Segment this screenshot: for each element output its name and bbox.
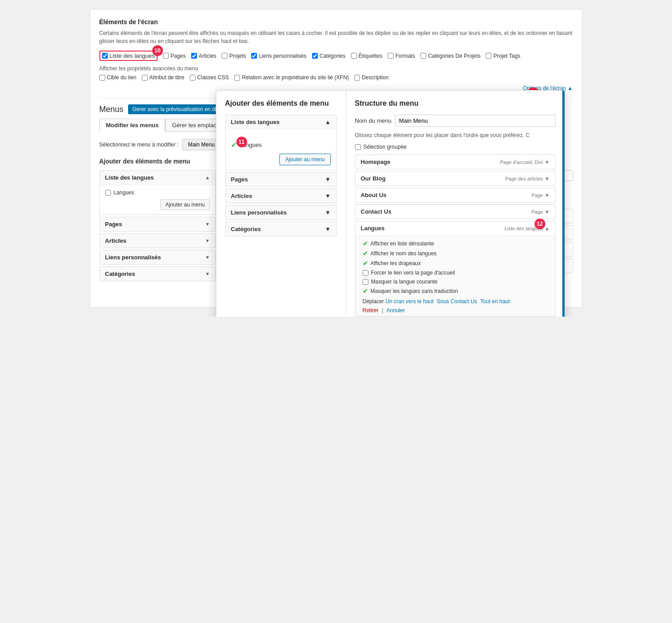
screen-options-desc: Certains éléments de l'écran peuvent êtr… xyxy=(99,29,573,45)
check-langues-bg[interactable] xyxy=(105,190,111,196)
modal-langues-arrow: ▲ xyxy=(545,226,550,231)
modal-accordion-header-liste[interactable]: Liste des langues ▲ xyxy=(226,115,336,129)
accordion-header-liste-bg[interactable]: Liste des langues ▲ xyxy=(100,171,215,185)
modal-retirer-link[interactable]: Retirer xyxy=(363,307,379,314)
modal-accordion-header-liens[interactable]: Liens personnalisés ▼ xyxy=(226,206,336,219)
modal-langues-check-dropdown-label: Afficher en liste déroulante xyxy=(371,241,434,247)
modal-menu-name-label: Nom du menu xyxy=(355,117,392,124)
modal-accordion-categories: Catégories ▼ xyxy=(225,222,337,236)
modal-deplacement-haut[interactable]: Un cran vers le haut xyxy=(385,298,433,305)
modal-langues-check-masquer-courante: Masquer la langue courante xyxy=(363,279,548,285)
modal-langues-check-forcer-input[interactable] xyxy=(363,270,368,276)
retirer-separator: | xyxy=(382,307,385,314)
modal-accordion-arrow-categories: ▼ xyxy=(325,226,331,232)
checkbox-relation[interactable] xyxy=(234,75,240,81)
modal-menu-item-meta-ourblog: Page des articles ▼ xyxy=(505,176,549,181)
checkbox-item-formats: Formats xyxy=(388,53,415,59)
adv-attribut: Attribut de titre xyxy=(142,74,184,81)
accordion-header-categories-bg[interactable]: Catégories ▼ xyxy=(100,267,215,281)
modal-accordion-content-liste: 11 ✔ Langues Ajouter au menu xyxy=(226,129,336,170)
modal-langues-check-nom-icon: ✔ xyxy=(363,250,368,257)
modal-accordion-header-categories[interactable]: Catégories ▼ xyxy=(226,222,336,236)
accordion-label-liens-bg: Liens personnalisés xyxy=(105,254,161,261)
checkbox-description[interactable] xyxy=(354,75,360,81)
modal-menu-item-type-ourblog: Page des articles xyxy=(505,176,543,181)
adv-cible: Cible du lien xyxy=(99,74,137,81)
checkboxes-row: 10 Liste des langues Pages Articles Proj… xyxy=(99,51,573,61)
checkbox-item-articles: Articles xyxy=(191,53,216,59)
modal-menu-item-header-homepage[interactable]: Homepage Page d'accueil, Divi ▼ xyxy=(355,155,555,169)
checkbox-projet-tags[interactable] xyxy=(486,53,492,59)
checkbox-etiquettes[interactable] xyxy=(351,53,357,59)
accordion-arrow-pages-bg: ▼ xyxy=(205,222,210,227)
checkbox-pages[interactable] xyxy=(163,53,169,59)
select-menu-label: Sélectionnez le menu à modifier : xyxy=(99,142,179,148)
modal-langues-check-masquer-courante-input[interactable] xyxy=(363,279,368,285)
checkbox-categories-projets[interactable] xyxy=(420,53,426,59)
checkbox-liste-des-langues[interactable] xyxy=(102,53,108,59)
modal-langues-check-masquer-courante-label: Masquer la langue courante xyxy=(371,279,438,285)
modal-menu-item-arrow-contactus: ▼ xyxy=(545,209,550,215)
manage-preview-btn[interactable]: Gérer avec la prévisualisation en direct xyxy=(128,104,230,114)
modal-menu-item-header-contactus[interactable]: Contact Us Page ▼ xyxy=(355,205,555,219)
checkbox-item-projet-tags: Projet Tags xyxy=(486,53,520,59)
checkbox-item-pages: Pages xyxy=(163,53,186,59)
tab-modifier-menus[interactable]: Modifier les menus xyxy=(99,119,166,132)
modal-menu-name-input[interactable] xyxy=(395,115,555,127)
blue-scroll-bar[interactable] xyxy=(562,90,565,317)
modal-accordion-label-liens: Liens personnalisés xyxy=(231,209,287,216)
adv-description: Description xyxy=(354,74,389,81)
modal-menu-item-header-aboutus[interactable]: About Us Page ▼ xyxy=(355,188,555,202)
modal-menu-item-aboutus: About Us Page ▼ xyxy=(355,188,556,202)
modal-menu-item-header-ourblog[interactable]: Our Blog Page des articles ▼ xyxy=(355,172,555,185)
modal-deplacement-row: Déplacer Un cran vers le haut Sous Conta… xyxy=(363,298,548,305)
checkbox-articles[interactable] xyxy=(191,53,197,59)
modal-ajouter-btn[interactable]: Ajouter au menu xyxy=(279,154,330,165)
modal-langues-check-nom-label: Afficher le nom des langues xyxy=(371,250,437,257)
modal-menu-item-arrow-aboutus: ▼ xyxy=(545,193,550,198)
modal-accordion-arrow-articles: ▼ xyxy=(325,193,331,199)
modal-langues-header[interactable]: Langues 12 Liste des langues ▲ xyxy=(355,221,555,235)
checkbox-formats[interactable] xyxy=(388,53,394,59)
checkbox-liens[interactable] xyxy=(251,53,257,59)
modal-menu-item-meta-contactus: Page ▼ xyxy=(531,209,550,215)
checkbox-attribut[interactable] xyxy=(142,75,148,81)
checkbox-projets[interactable] xyxy=(222,53,227,59)
checkbox-item-categories-projets: Catégories De Projets xyxy=(420,53,480,59)
badge-10: 10 xyxy=(152,45,163,56)
modal-accordion-label-liste: Liste des langues xyxy=(231,119,280,125)
accordion-header-articles-bg[interactable]: Articles ▼ xyxy=(100,234,215,248)
modal-accordion-liste-des-langues: Liste des langues ▲ 11 ✔ Langues Ajouter… xyxy=(225,115,337,170)
add-to-menu-btn-bg[interactable]: Ajouter au menu xyxy=(160,199,210,210)
modal-langues-check-drapeaux-label: Afficher les drapeaux xyxy=(371,260,421,266)
checkbox-classes[interactable] xyxy=(190,75,196,81)
accordion-header-pages-bg[interactable]: Pages ▼ xyxy=(100,217,215,231)
checkbox-categories[interactable] xyxy=(312,53,318,59)
accordion-categories-bg: Catégories ▼ xyxy=(99,266,216,281)
checkbox-cible[interactable] xyxy=(99,75,105,81)
modal-menu-name-row: Nom du menu xyxy=(355,115,556,127)
checkbox-item-etiquettes: Étiquettes xyxy=(351,53,382,59)
add-items-panel-bg: Ajouter des éléments de menu Liste des l… xyxy=(99,158,216,298)
accordion-header-liens-bg[interactable]: Liens personnalisés ▼ xyxy=(100,250,215,264)
modal-struct-desc: Glissez chaque élément pour les placer d… xyxy=(355,131,556,139)
modal-langues-meta: 12 Liste des langues ▲ xyxy=(505,226,550,231)
modal-accordion-header-pages[interactable]: Pages ▼ xyxy=(226,172,336,186)
modal-deplacement-sous[interactable]: Sous Contact Us xyxy=(437,298,477,305)
modal-langues-check-masquer-sans: ✔ Masquer les langues sans traduction xyxy=(363,288,548,295)
modal-accordion-arrow-liste: ▲ xyxy=(325,119,331,125)
modal-overlay: Ajouter des éléments de menu Liste des l… xyxy=(216,90,565,317)
modal-accordion-label-pages: Pages xyxy=(231,176,248,183)
modal-langues-check-nom: ✔ Afficher le nom des langues xyxy=(363,250,548,257)
modal-accordion-header-articles[interactable]: Articles ▼ xyxy=(226,189,336,203)
modal-menu-item-homepage: Homepage Page d'accueil, Divi ▼ xyxy=(355,155,556,169)
modal-annuler-link[interactable]: Annuler xyxy=(386,307,405,314)
screen-options-section: Éléments de l'écran Certains éléments de… xyxy=(99,18,573,91)
modal-accordion-label-articles: Articles xyxy=(231,193,253,199)
modal-deplacement-top[interactable]: Tout en haut xyxy=(480,298,510,305)
accordion-pages-bg: Pages ▼ xyxy=(99,217,216,232)
accordion-label-categories-bg: Catégories xyxy=(105,271,135,277)
modal-menu-item-label-contactus: Contact Us xyxy=(361,208,392,215)
modal-select-grouped-check-top[interactable] xyxy=(355,144,361,150)
modal-left-title: Ajouter des éléments de menu xyxy=(225,99,337,107)
